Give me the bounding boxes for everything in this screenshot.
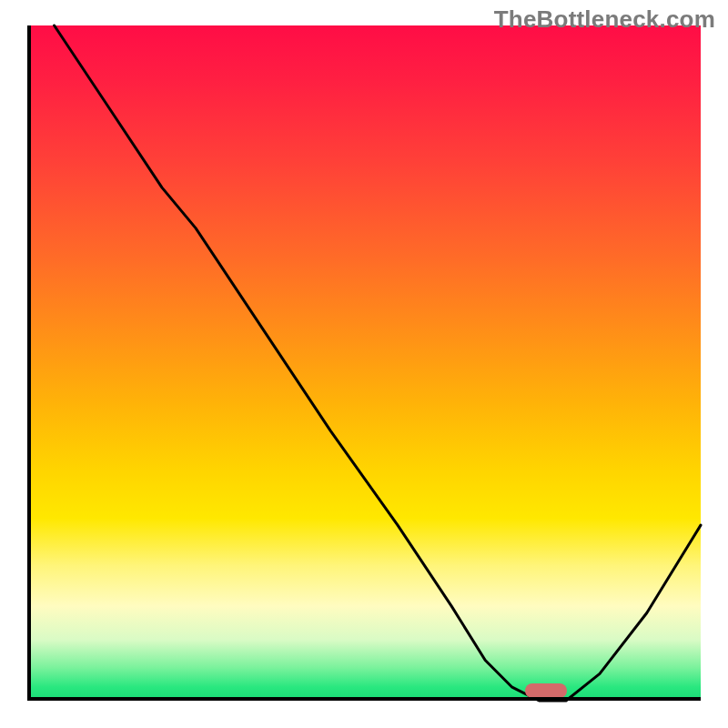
x-axis xyxy=(27,697,701,701)
optimal-marker xyxy=(525,683,567,698)
bottleneck-curve xyxy=(27,25,701,701)
watermark-text: TheBottleneck.com xyxy=(494,5,715,34)
y-axis xyxy=(27,25,31,701)
plot-area xyxy=(27,25,701,701)
